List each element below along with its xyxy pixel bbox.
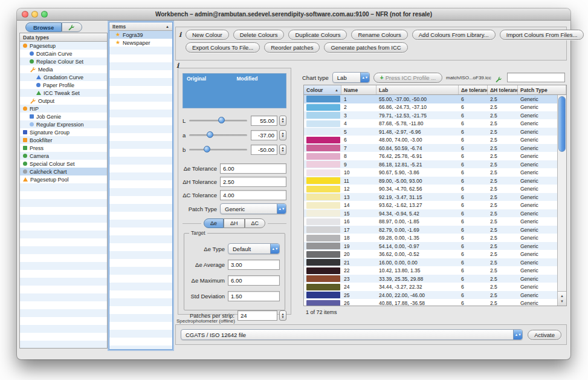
activate-button[interactable]: Activate (528, 330, 561, 340)
table-row[interactable]: 155.00, -37.00, -50.0062.5Generic (304, 95, 557, 103)
table-row[interactable]: 2210.42, 13.80, 1.3562.5Generic (304, 267, 557, 275)
sidebar-item-rip[interactable]: RIP (20, 105, 107, 113)
sidebar-item-gradation-curve[interactable]: Gradation Curve (20, 73, 107, 81)
sidebar-item-icc-tweak-set[interactable]: ICC Tweak Set (20, 89, 107, 97)
chart-type-select[interactable]: Lab ▲▼ (332, 72, 370, 83)
sidebar-item-press[interactable]: Press (20, 144, 107, 152)
e-type-select[interactable]: Default▲▼ (228, 243, 280, 254)
e-average-field[interactable]: 3.00 (228, 260, 280, 270)
sidebar-item-pagesetup-pool[interactable]: Pagesetup Pool (20, 175, 107, 183)
slider-value-b[interactable]: -50.00 (251, 145, 277, 155)
table-row[interactable]: 266.86, -24.73, -37.1062.5Generic (304, 103, 557, 112)
sidebar-item-paper-profile[interactable]: Paper Profile (20, 81, 107, 89)
sidebar-item-special-colour-set[interactable]: Special Colour Set (20, 160, 107, 168)
reorder-patches-button[interactable]: Reorder patches (264, 42, 320, 53)
delete-colours-button[interactable]: Delete Colours (233, 30, 285, 40)
vertical-scrollbar[interactable]: ▲▼ (557, 95, 566, 306)
table-row[interactable]: 1290.34, -4.70, 62.5662.5Generic (304, 185, 557, 194)
table-row[interactable]: 1090.67, 5.90, -3.8662.5Generic (304, 169, 557, 177)
sidebar-item-calcheck-chart[interactable]: Calcheck Chart (20, 168, 107, 175)
tab-tools[interactable] (62, 22, 82, 32)
sidebar-item-replace-colour-set[interactable]: Replace Colour Set (20, 57, 107, 65)
title-bar[interactable]: Workbench – admin@rambutan.sedevel.seren… (17, 8, 570, 21)
add-colours-from-library-button[interactable]: Add Colours From Library... (412, 30, 496, 40)
sidebar-item-dotgain-curve[interactable]: DotGain Curve (20, 50, 107, 57)
slider-stepper[interactable]: ▲▼ (279, 130, 286, 140)
column-header-lab[interactable]: Lab (376, 85, 459, 94)
sidebar-item-output[interactable]: Output (20, 97, 107, 105)
table-row[interactable]: 2640.88, 17.88, -36.5862.5Generic (304, 300, 557, 306)
table-row[interactable]: 2524.00, 22.00, -46.0062.5Generic (304, 291, 557, 300)
rename-colours-button[interactable]: Rename Colours (351, 30, 407, 40)
minimize-button[interactable] (31, 11, 38, 18)
patch-type-select[interactable]: Generic ▲▼ (220, 203, 286, 214)
duplicate-colours-button[interactable]: Duplicate Colours (288, 30, 347, 40)
table-row[interactable]: 2333.39, 25.35, 29.8862.5Generic (304, 275, 557, 283)
column-header-patch-type[interactable]: Patch Type (518, 85, 566, 94)
patches-per-strip-stepper[interactable]: ▲▼ (279, 310, 286, 321)
import-colours-from-files-button[interactable]: Import Colours From Files... (500, 30, 584, 40)
table-row[interactable]: 1782.79, 0.00, -1.6962.5Generic (304, 226, 557, 234)
sidebar-item-regular-expression[interactable]: Regular Expression (20, 120, 107, 128)
segment-h[interactable]: ΔH (224, 218, 245, 228)
sidebar-item-camera[interactable]: Camera (20, 152, 107, 160)
table-row[interactable]: 2116.00, 0.00, 0.0062.5Generic (304, 258, 557, 267)
slider-track-a[interactable] (189, 134, 247, 136)
close-button[interactable] (22, 11, 28, 18)
table-row[interactable]: 986.18, 12.81, -5.2162.5Generic (304, 160, 557, 169)
sidebar-item-signature-group[interactable]: Signature Group (20, 128, 107, 136)
data-types-header[interactable]: Data types (20, 33, 107, 42)
column-header-e-tolerance[interactable]: Δe tolerance (459, 85, 488, 94)
slider-thumb[interactable] (204, 146, 210, 152)
column-header-h-tolerance[interactable]: ΔH tolerance (488, 85, 518, 94)
filter-input[interactable] (507, 73, 565, 82)
table-row[interactable]: 2036.62, 0.00, -0.5262.5Generic (304, 251, 557, 259)
table-row[interactable]: 379.71, -12.53, -21.7562.5Generic (304, 111, 557, 120)
scrollbar-arrows[interactable]: ▲▼ (558, 291, 566, 306)
toolbar-info-icon[interactable]: i (179, 31, 181, 39)
std-deviation-field[interactable]: 1.50 (228, 291, 280, 301)
list-item-newspaper[interactable]: ★Newspaper (109, 39, 172, 47)
h-tolerance-field[interactable]: 2.50 (220, 177, 286, 187)
e-tolerance-field[interactable]: 6.00 (220, 163, 286, 174)
column-header-name[interactable]: Name (341, 85, 376, 94)
scrollbar-thumb[interactable] (558, 96, 566, 152)
table-row[interactable]: 1869.28, 0.00, -1.3562.5Generic (304, 234, 557, 243)
column-header-colour[interactable]: Colour▲ (304, 85, 341, 94)
sidebar-item-media[interactable]: Media (20, 65, 107, 73)
table-row[interactable]: 760.84, 50.59, -6.7462.5Generic (304, 144, 557, 152)
table-row[interactable]: 1954.14, 0.00, -0.9762.5Generic (304, 242, 557, 251)
table-row[interactable]: 1688.97, 0.00, -1.8562.5Generic (304, 218, 557, 226)
table-row[interactable]: 1189.00, -5.00, 93.0062.5Generic (304, 177, 557, 185)
new-colour-button[interactable]: New Colour (186, 30, 229, 40)
tab-browse[interactable]: Browse (25, 22, 62, 32)
slider-thumb[interactable] (218, 117, 225, 123)
list-item-fogra39[interactable]: ★Fogra39 (109, 31, 172, 39)
table-row[interactable]: 2434.44, -3.27, 22.3262.5Generic (304, 283, 557, 292)
generate-patches-from-icc-button[interactable]: Generate patches from ICC (324, 42, 407, 53)
c-tolerance-field[interactable]: 4.00 (220, 190, 286, 200)
segment-c[interactable]: ΔC (245, 218, 266, 228)
segment-e[interactable]: Δe (204, 218, 224, 228)
e-maximum-field[interactable]: 6.00 (228, 275, 280, 286)
table-row[interactable]: 648.00, 74.00, -3.0062.5Generic (304, 136, 557, 145)
slider-track-b[interactable] (189, 149, 247, 151)
slider-track-l[interactable] (189, 120, 247, 122)
table-row[interactable]: 1392.19, -3.47, 31.1562.5Generic (304, 193, 557, 201)
patches-per-strip-field[interactable]: 24 (237, 310, 277, 321)
table-row[interactable]: 876.42, 25.78, -6.9162.5Generic (304, 152, 557, 161)
slider-stepper[interactable]: ▲▼ (279, 116, 286, 126)
sort-arrow-icon[interactable]: ▲ (166, 25, 169, 28)
table-row[interactable]: 1594.34, -0.94, 5.4262.5Generic (304, 209, 557, 218)
export-colours-to-file-button[interactable]: Export Colours To File... (186, 42, 260, 53)
wrench-icon[interactable] (495, 74, 501, 80)
sidebar-item-bookfilter[interactable]: Bookfilter (20, 136, 107, 144)
table-row[interactable]: 591.48, -2.97, -6.9662.5Generic (304, 128, 557, 136)
items-header[interactable]: Items ▲ (109, 22, 172, 31)
sidebar-item-pagesetup[interactable]: Pagesetup (20, 42, 107, 50)
spectro-device-select[interactable]: CGATS / ISO 12642 file ▲▼ (181, 329, 523, 340)
slider-value-a[interactable]: -37.00 (251, 130, 277, 140)
slider-thumb[interactable] (207, 131, 213, 138)
zoom-button[interactable] (41, 11, 48, 18)
slider-stepper[interactable]: ▲▼ (279, 145, 286, 155)
